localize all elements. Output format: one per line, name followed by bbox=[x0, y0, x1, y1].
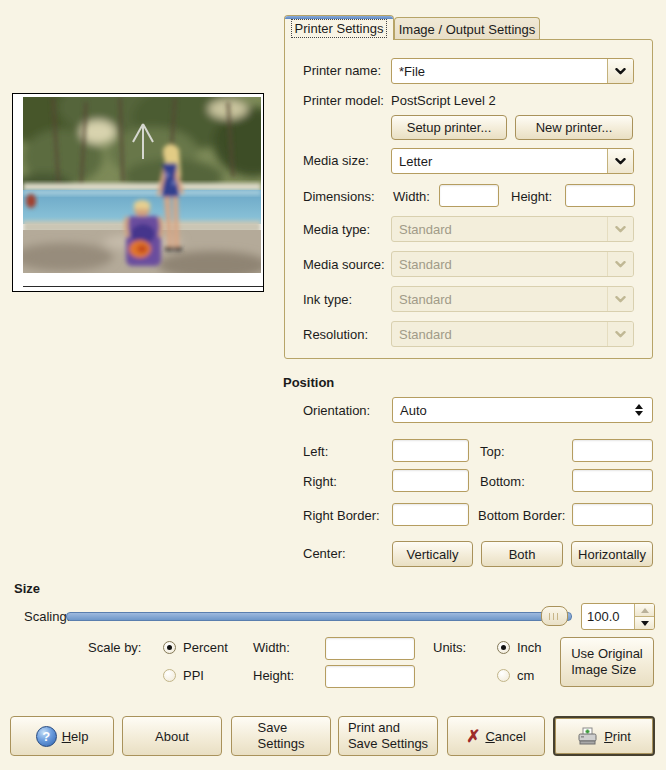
scale-by-label: Scale by: bbox=[88, 640, 141, 656]
size-height-label: Height: bbox=[253, 668, 294, 684]
media-size-combo[interactable]: Letter bbox=[391, 148, 634, 174]
print-dialog: Printer Settings Image / Output Settings… bbox=[0, 0, 666, 770]
tab-label: Printer Settings bbox=[292, 20, 387, 37]
printer-name-label: Printer name: bbox=[303, 63, 381, 79]
bottom-border-input[interactable] bbox=[572, 503, 653, 526]
orientation-label: Orientation: bbox=[303, 403, 370, 419]
media-type-combo: Standard bbox=[391, 216, 634, 242]
scaling-spinbox[interactable]: 100.0 bbox=[581, 603, 655, 630]
media-source-combo: Standard bbox=[391, 251, 634, 277]
units-cm-radio[interactable] bbox=[497, 669, 510, 682]
right-label: Right: bbox=[303, 474, 337, 490]
print-and-save-settings-button[interactable]: Print and Save Settings bbox=[338, 716, 438, 756]
scaling-value: 100.0 bbox=[582, 604, 634, 629]
chevron-down-icon bbox=[607, 287, 633, 311]
media-source-value: Standard bbox=[392, 252, 607, 276]
units-inch-radio[interactable] bbox=[497, 641, 510, 654]
about-button[interactable]: About bbox=[122, 716, 222, 756]
scale-percent-radio[interactable] bbox=[163, 641, 176, 654]
media-size-value: Letter bbox=[392, 149, 607, 173]
use-original-image-size-button[interactable]: Use Original Image Size bbox=[560, 637, 654, 687]
scale-ppi-radio[interactable] bbox=[163, 669, 176, 682]
bottom-border-label: Bottom Border: bbox=[478, 508, 565, 524]
center-horizontally-button[interactable]: Horizontally bbox=[571, 541, 653, 567]
setup-printer-button[interactable]: Setup printer... bbox=[391, 115, 507, 140]
center-both-button[interactable]: Both bbox=[481, 541, 563, 567]
printer-icon bbox=[577, 727, 599, 746]
printable-area-bottom-line bbox=[23, 286, 263, 287]
cancel-x-icon: ✗ bbox=[466, 728, 480, 745]
right-border-label: Right Border: bbox=[303, 508, 380, 524]
resolution-combo: Standard bbox=[391, 321, 634, 347]
right-input[interactable] bbox=[392, 469, 469, 492]
orientation-combo[interactable]: Auto bbox=[392, 397, 653, 423]
dimensions-height-input[interactable] bbox=[565, 184, 635, 207]
scaling-slider-trough[interactable] bbox=[66, 612, 572, 621]
scale-percent-label: Percent bbox=[183, 640, 228, 656]
scaling-label: Scaling: bbox=[24, 609, 70, 625]
spin-up-icon bbox=[635, 604, 654, 617]
printer-model-value: PostScript Level 2 bbox=[391, 93, 496, 109]
print-button[interactable]: Print bbox=[553, 716, 655, 756]
size-height-input[interactable] bbox=[325, 665, 415, 688]
top-input[interactable] bbox=[572, 439, 653, 462]
left-label: Left: bbox=[303, 444, 328, 460]
printer-name-value: *File bbox=[392, 59, 607, 83]
bottom-label: Bottom: bbox=[480, 474, 525, 490]
slider-grip-icon bbox=[549, 613, 560, 620]
preview-photo[interactable] bbox=[23, 97, 261, 273]
printer-name-combo[interactable]: *File bbox=[391, 58, 634, 84]
print-preview-page[interactable] bbox=[12, 93, 264, 292]
printer-model-label: Printer model: bbox=[303, 93, 384, 109]
up-down-arrows-icon bbox=[626, 398, 652, 422]
position-heading: Position bbox=[283, 375, 334, 391]
media-source-label: Media source: bbox=[303, 257, 385, 273]
cancel-button[interactable]: ✗ Cancel bbox=[447, 716, 545, 756]
left-input[interactable] bbox=[392, 439, 469, 462]
media-size-label: Media size: bbox=[303, 153, 369, 169]
tab-printer-settings[interactable]: Printer Settings bbox=[284, 15, 394, 40]
ink-type-value: Standard bbox=[392, 287, 607, 311]
size-heading: Size bbox=[14, 581, 40, 597]
media-type-label: Media type: bbox=[303, 222, 370, 238]
dimensions-width-label: Width: bbox=[393, 189, 430, 205]
center-vertically-button[interactable]: Vertically bbox=[392, 541, 473, 567]
chevron-down-icon bbox=[607, 217, 633, 241]
chevron-down-icon[interactable] bbox=[607, 59, 633, 83]
center-label: Center: bbox=[303, 546, 346, 562]
right-border-input[interactable] bbox=[392, 503, 469, 526]
tab-image-output-settings[interactable]: Image / Output Settings bbox=[394, 17, 540, 40]
chevron-down-icon bbox=[607, 252, 633, 276]
dimensions-label: Dimensions: bbox=[303, 189, 375, 205]
help-icon: ? bbox=[36, 726, 57, 747]
chevron-down-icon[interactable] bbox=[607, 149, 633, 173]
top-label: Top: bbox=[480, 444, 505, 460]
tab-label: Image / Output Settings bbox=[399, 22, 536, 37]
save-settings-button[interactable]: Save Settings bbox=[231, 716, 331, 756]
units-cm-label: cm bbox=[517, 668, 534, 684]
ink-type-label: Ink type: bbox=[303, 292, 352, 308]
chevron-down-icon bbox=[607, 322, 633, 346]
dimensions-height-label: Height: bbox=[511, 189, 552, 205]
units-label: Units: bbox=[433, 640, 466, 656]
scale-ppi-label: PPI bbox=[183, 668, 204, 684]
new-printer-button[interactable]: New printer... bbox=[515, 115, 633, 140]
orientation-value: Auto bbox=[393, 398, 626, 422]
resolution-value: Standard bbox=[392, 322, 607, 346]
media-type-value: Standard bbox=[392, 217, 607, 241]
units-inch-label: Inch bbox=[517, 640, 542, 656]
resolution-label: Resolution: bbox=[303, 327, 368, 343]
ink-type-combo: Standard bbox=[391, 286, 634, 312]
size-width-input[interactable] bbox=[325, 637, 415, 660]
size-width-label: Width: bbox=[253, 640, 290, 656]
printer-settings-panel: Printer name: *File Printer model: PostS… bbox=[284, 39, 653, 359]
dimensions-width-input[interactable] bbox=[439, 184, 499, 207]
help-button[interactable]: ? Help bbox=[10, 716, 114, 756]
scaling-slider-handle[interactable] bbox=[541, 606, 568, 626]
bottom-input[interactable] bbox=[572, 469, 653, 492]
spin-down-icon[interactable] bbox=[635, 617, 654, 629]
